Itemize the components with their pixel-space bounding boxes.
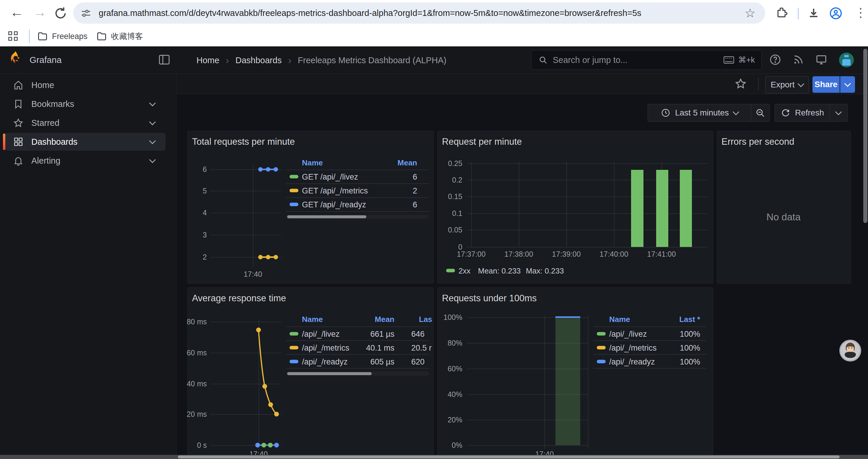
legend-row-name[interactable]: GET /api/_/metrics [302,186,368,196]
gridline [253,165,253,267]
sidebar-item-bookmarks[interactable]: Bookmarks [5,95,165,113]
legend-row-name[interactable]: GET /api/_/readyz [302,200,366,209]
panel-title[interactable]: Requests under 100ms [442,293,537,304]
chevron-down-icon[interactable] [149,100,156,107]
legend-row-name[interactable]: /api/_/readyz [609,357,655,366]
legend-separator [286,169,429,170]
sidebar-item-alerting[interactable]: Alerting [5,152,165,169]
legend-separator [593,340,706,341]
bell-icon [13,155,24,166]
bar-2xx[interactable] [680,170,692,247]
grafana-logo[interactable] [9,51,23,66]
monitor-icon[interactable] [815,53,828,66]
legend-header-mean[interactable]: Mean [378,158,417,167]
dock-menu-icon[interactable] [158,53,171,66]
series-color-pill[interactable] [289,203,299,206]
back-icon[interactable]: ← [10,4,24,20]
forward-icon[interactable]: → [33,4,47,20]
panel-title[interactable]: Errors per second [721,136,794,147]
refresh-interval-button[interactable] [829,104,848,122]
legend-scrollbar-thumb[interactable] [287,372,372,375]
home-icon [13,80,24,90]
legend-scrollbar-thumb[interactable] [287,215,366,218]
profile-icon[interactable] [829,6,843,20]
panel-title[interactable]: Total requests per minute [192,136,295,147]
extensions-icon[interactable] [776,6,789,20]
panel-title[interactable]: Request per minute [442,136,522,147]
grafana-brand[interactable]: Grafana [30,55,61,65]
series-color-pill[interactable] [289,360,299,363]
series-color-pill[interactable] [289,346,299,350]
bookmark-folder-freeleaps[interactable]: Freeleaps [37,29,88,44]
site-settings-icon[interactable] [80,8,92,19]
gridline [467,196,708,197]
bookmark-label: 收藏博客 [111,31,143,42]
bar-2xx[interactable] [631,170,644,247]
apps-grid-icon[interactable] [8,31,18,41]
series-color-pill[interactable] [289,332,299,335]
breadcrumb-dashboards[interactable]: Dashboards [236,56,282,65]
refresh-icon [781,108,790,118]
help-icon[interactable] [769,53,782,66]
panel-request-per-minute[interactable] [437,131,713,284]
chevron-down-icon [733,109,740,116]
share-button[interactable]: Share [812,76,840,93]
org-avatar[interactable] [839,53,854,67]
chevron-down-icon[interactable] [149,157,156,163]
browser-menu-icon[interactable]: ⋮ [855,5,867,20]
url-text[interactable]: grafana.mathmast.com/d/deytv4rwavabkb/fr… [99,8,642,18]
series-color-pill[interactable] [597,346,606,350]
chevron-down-icon[interactable] [149,138,156,144]
legend-header-last[interactable]: Last * [659,315,700,324]
legend-series-label[interactable]: 2xx [459,266,470,275]
series-color-pill[interactable] [597,332,606,335]
news-rss-icon[interactable] [792,53,805,66]
page-vertical-scrollbar[interactable] [863,49,867,223]
legend-row-name[interactable]: GET /api/_/livez [302,172,358,182]
time-range-picker[interactable]: Last 5 minutes [648,104,752,122]
chevron-down-icon [844,80,851,87]
legend-row-mean: 605 µs [354,357,395,366]
bookmark-star-icon[interactable]: ☆ [745,6,756,21]
share-menu-button[interactable] [840,76,855,93]
series-color-pill[interactable] [289,175,299,178]
gridline [210,213,281,213]
series-color-pill[interactable] [597,360,606,363]
legend-header-name[interactable]: Name [609,315,630,324]
reload-icon[interactable] [54,6,67,20]
dashboard-star-icon[interactable] [735,77,747,90]
sidebar-item-starred[interactable]: Starred [5,114,165,132]
legend-row-name[interactable]: /api/_/metrics [609,343,657,353]
sidebar-item-dashboards[interactable]: Dashboards [5,133,165,151]
sidebar-item-home[interactable]: Home [5,76,165,94]
search-box[interactable]: Search or jump to... ⌘+k [531,50,762,70]
legend-row-name[interactable]: /api/_/livez [609,329,647,339]
gridline [467,180,708,181]
assistant-avatar[interactable] [839,340,861,362]
legend-row-name[interactable]: /api/_/readyz [302,357,348,366]
panel-errors-per-second[interactable] [717,131,851,284]
legend-separator [286,184,429,184]
legend-header-mean[interactable]: Mean [354,315,395,324]
legend-row-last: 100% [659,357,700,366]
series-color-pill[interactable] [289,189,299,192]
series-color-pill[interactable] [446,269,455,272]
breadcrumb-home[interactable]: Home [196,56,219,65]
y-tick: 40 ms [174,379,207,388]
bar-2xx[interactable] [656,170,668,247]
chevron-down-icon [835,109,842,116]
legend-row-name[interactable]: /api/_/livez [302,329,340,339]
zoom-out-button[interactable] [751,104,770,122]
legend-header-name[interactable]: Name [302,158,323,167]
page-horizontal-scrollbar-thumb[interactable] [178,455,840,458]
y-tick: 0.1 [431,209,462,218]
download-icon[interactable] [807,6,820,20]
panel-title[interactable]: Average response time [192,293,286,304]
legend-row-name[interactable]: /api/_/metrics [302,343,349,353]
bookmark-folder-blogs[interactable]: 收藏博客 [96,29,143,44]
export-button[interactable]: Export [765,76,809,93]
legend-header-name[interactable]: Name [302,315,323,324]
chevron-down-icon[interactable] [149,119,156,126]
gridline [545,316,545,449]
refresh-button[interactable]: Refresh [775,104,830,122]
